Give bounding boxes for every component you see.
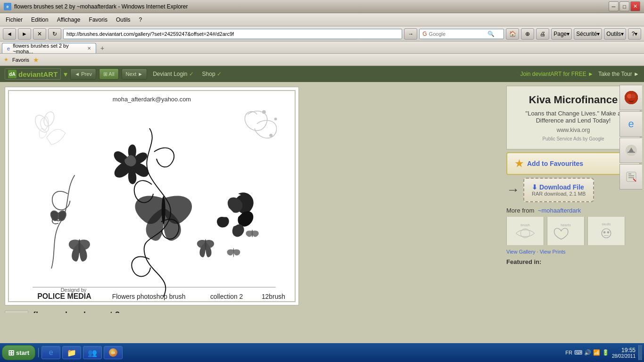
- menu-help[interactable]: ?: [135, 15, 146, 25]
- tools-menu[interactable]: Outils▾: [604, 28, 626, 40]
- tab-0[interactable]: e flowers brushes set 2 by ~moha... ✕: [2, 43, 96, 53]
- float-btn-1[interactable]: [619, 85, 642, 110]
- brush-preview-svg: moha_afterdark@yahoo.com Designd by POLI…: [9, 91, 295, 301]
- tab-close-button[interactable]: ✕: [87, 46, 91, 51]
- taskbar-user-button[interactable]: 👥: [83, 346, 102, 359]
- svg-text:hearts: hearts: [561, 223, 571, 227]
- more-from-title: More from ~mohaafterdark: [506, 207, 640, 214]
- more-from-section: More from ~mohaafterdark brush hearts: [506, 207, 640, 265]
- volume-icon[interactable]: 🔊: [584, 349, 591, 356]
- float-btn-2[interactable]: e: [619, 111, 642, 137]
- view-gallery-link[interactable]: View Gallery: [506, 249, 536, 255]
- thumbnail-3[interactable]: skulls: [587, 217, 625, 245]
- menu-tools[interactable]: Outils: [112, 15, 134, 25]
- window-title: flowers brushes set 2 by ~mohaafterdark …: [14, 3, 188, 10]
- title-bar: e flowers brushes set 2 by ~mohaafterdar…: [0, 0, 644, 13]
- svg-point-12: [269, 134, 272, 137]
- start-orb: ⊞: [8, 348, 14, 357]
- thumbnail-2[interactable]: hearts: [547, 217, 585, 245]
- close-button[interactable]: ✕: [630, 1, 640, 11]
- login-icon: ✓: [189, 71, 194, 77]
- address-input[interactable]: [63, 29, 402, 39]
- clock-time: 19:55: [612, 347, 636, 354]
- main-content: moha_afterdark@yahoo.com Designd by POLI…: [0, 82, 644, 313]
- home-button[interactable]: 🏠: [506, 28, 519, 40]
- svg-point-31: [631, 94, 636, 99]
- join-link[interactable]: Join deviantART for FREE ►: [520, 71, 594, 77]
- taskbar-separator-1: [38, 348, 39, 357]
- security-menu[interactable]: Sécurité▾: [574, 28, 602, 40]
- more-from-label: More from: [506, 207, 534, 214]
- go-button[interactable]: →: [404, 28, 417, 40]
- lang-indicator: FR: [565, 350, 572, 355]
- ad-title: Kiva Microfinance: [514, 94, 632, 106]
- taskbar-ie-button[interactable]: e: [41, 346, 60, 359]
- keyboard-icon: ⌨: [574, 349, 582, 356]
- thumbnail-1[interactable]: brush: [506, 217, 544, 245]
- ie-logo-icon: e: [4, 3, 11, 10]
- view-prints-link[interactable]: View Prints: [540, 249, 566, 255]
- refresh-button[interactable]: ↻: [48, 28, 61, 40]
- back-button[interactable]: ◄: [3, 28, 16, 40]
- minimize-button[interactable]: ─: [609, 1, 619, 11]
- taskbar-folder-icon: 📁: [67, 348, 76, 357]
- taskbar-clock[interactable]: 19:55 28/02/2011: [612, 347, 636, 359]
- da-logo-text: deviantART: [18, 70, 58, 78]
- help-button[interactable]: ?▾: [628, 28, 641, 40]
- search-submit-icon[interactable]: 🔍: [487, 31, 495, 37]
- menu-bar: Fichier Edition Affichage Favoris Outils…: [0, 13, 644, 26]
- new-tab-button[interactable]: +: [97, 43, 107, 53]
- next-button[interactable]: Next ►: [122, 68, 148, 80]
- search-input[interactable]: [429, 31, 486, 37]
- print-button[interactable]: 🖨: [536, 28, 549, 40]
- content-area: moha_afterdark@yahoo.com Designd by POLI…: [0, 82, 503, 313]
- float-btn-4[interactable]: [619, 164, 642, 189]
- deviantart-navbar: dA deviantART ▾ ◄ Prev ⊞ All Next ► Devi…: [0, 66, 644, 82]
- menu-edit[interactable]: Edition: [27, 15, 52, 25]
- rss-button[interactable]: ⊕: [521, 28, 534, 40]
- download-button[interactable]: ⬇ Download File RAR download, 2.1 MB: [523, 178, 594, 202]
- float-btn-3[interactable]: [619, 138, 642, 163]
- more-from-author-link[interactable]: ~mohaafterdark: [538, 207, 581, 214]
- all-button[interactable]: ⊞ All: [99, 68, 119, 80]
- page-menu[interactable]: Page▾: [551, 28, 572, 40]
- tour-link[interactable]: Take the Tour ►: [598, 71, 639, 77]
- svg-text:POLICE MEDIA: POLICE MEDIA: [37, 292, 91, 300]
- deviant-login-link[interactable]: Deviant Login ✓: [150, 71, 196, 77]
- svg-point-27: [607, 231, 609, 233]
- title-bar-controls[interactable]: ─ □ ✕: [609, 1, 640, 11]
- thumbnail-row: brush hearts skulls: [506, 217, 640, 245]
- artwork-image: moha_afterdark@yahoo.com Designd by POLI…: [8, 90, 296, 302]
- ad-url[interactable]: www.kiva.org: [514, 127, 632, 133]
- shop-icon: ✓: [217, 71, 222, 77]
- menu-file[interactable]: Fichier: [2, 15, 26, 25]
- menu-favorites[interactable]: Favoris: [85, 15, 111, 25]
- next-btn-label: Next ►: [126, 71, 143, 77]
- download-icon: ⬇: [532, 183, 537, 191]
- links-separator: ·: [537, 249, 538, 255]
- prev-button[interactable]: ◄ Prev: [70, 68, 96, 80]
- svg-point-16: [78, 239, 80, 253]
- fav-label: Add to Favourites: [527, 160, 583, 167]
- show-desktop-button[interactable]: [638, 345, 642, 360]
- artwork-details: flowers brushes set 2 by ~mohaafterdark …: [33, 310, 272, 313]
- start-button[interactable]: ⊞ start: [2, 345, 35, 360]
- artwork-title: flowers brushes set 2: [33, 310, 272, 313]
- start-label: start: [16, 349, 29, 356]
- taskbar-da-button[interactable]: dA: [104, 346, 123, 359]
- stop-button[interactable]: ✕: [33, 28, 46, 40]
- svg-text:Flowers photoshop brush: Flowers photoshop brush: [112, 293, 186, 300]
- forward-button[interactable]: ►: [18, 28, 31, 40]
- maximize-button[interactable]: □: [619, 1, 629, 11]
- fav-star-icon: ★: [515, 158, 523, 169]
- deviantart-logo[interactable]: dA deviantART: [5, 68, 61, 80]
- shop-link[interactable]: Shop ✓: [199, 71, 224, 77]
- favorites-star-icon: ★: [33, 56, 39, 64]
- menu-view[interactable]: Affichage: [53, 15, 84, 25]
- download-link[interactable]: ⬇ Download File: [532, 183, 586, 191]
- floating-panel: e: [619, 85, 644, 189]
- svg-point-26: [603, 231, 606, 233]
- da-dropdown-icon[interactable]: ▾: [64, 70, 67, 79]
- title-bar-left: e flowers brushes set 2 by ~mohaafterdar…: [4, 3, 188, 10]
- taskbar-folder-button[interactable]: 📁: [62, 346, 81, 359]
